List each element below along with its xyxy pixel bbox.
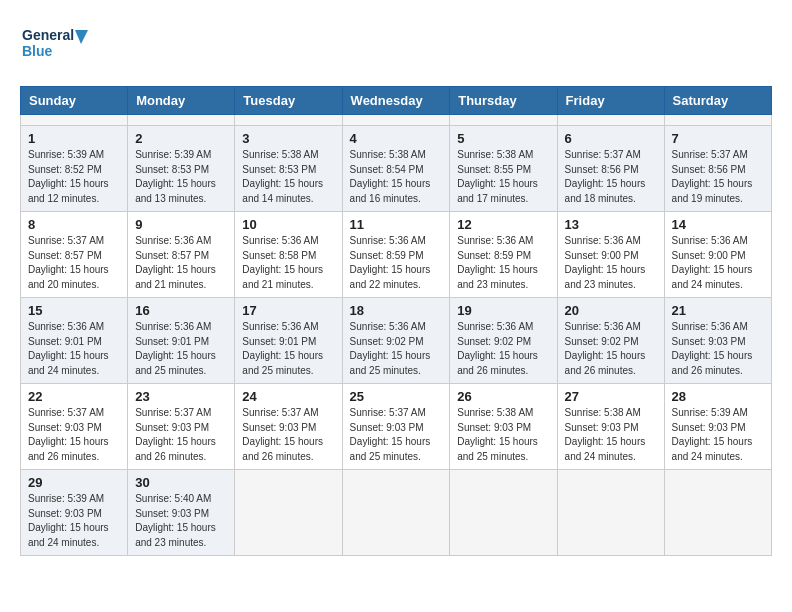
page-header: General Blue — [20, 20, 772, 70]
sunrise-text: Sunrise: 5:39 AM — [28, 493, 104, 504]
week-row-0 — [21, 115, 772, 126]
day-cell — [342, 470, 450, 556]
day-info: Sunrise: 5:38 AMSunset: 8:53 PMDaylight:… — [242, 148, 334, 206]
sunset-text: Sunset: 8:57 PM — [28, 250, 102, 261]
logo: General Blue — [20, 20, 90, 70]
day-cell: 17Sunrise: 5:36 AMSunset: 9:01 PMDayligh… — [235, 298, 342, 384]
header-row: SundayMondayTuesdayWednesdayThursdayFrid… — [21, 87, 772, 115]
day-cell: 28Sunrise: 5:39 AMSunset: 9:03 PMDayligh… — [664, 384, 771, 470]
day-cell — [557, 470, 664, 556]
day-number: 14 — [672, 217, 764, 232]
col-header-saturday: Saturday — [664, 87, 771, 115]
sunrise-text: Sunrise: 5:37 AM — [135, 407, 211, 418]
calendar-table: SundayMondayTuesdayWednesdayThursdayFrid… — [20, 86, 772, 556]
sunrise-text: Sunrise: 5:36 AM — [672, 235, 748, 246]
day-cell: 21Sunrise: 5:36 AMSunset: 9:03 PMDayligh… — [664, 298, 771, 384]
day-number: 18 — [350, 303, 443, 318]
day-cell: 25Sunrise: 5:37 AMSunset: 9:03 PMDayligh… — [342, 384, 450, 470]
day-info: Sunrise: 5:38 AMSunset: 9:03 PMDaylight:… — [565, 406, 657, 464]
day-cell: 22Sunrise: 5:37 AMSunset: 9:03 PMDayligh… — [21, 384, 128, 470]
day-cell — [664, 115, 771, 126]
day-info: Sunrise: 5:38 AMSunset: 8:54 PMDaylight:… — [350, 148, 443, 206]
daylight-text: Daylight: 15 hours and 25 minutes. — [350, 436, 431, 462]
day-info: Sunrise: 5:37 AMSunset: 9:03 PMDaylight:… — [135, 406, 227, 464]
sunrise-text: Sunrise: 5:36 AM — [135, 321, 211, 332]
col-header-sunday: Sunday — [21, 87, 128, 115]
day-number: 20 — [565, 303, 657, 318]
sunrise-text: Sunrise: 5:38 AM — [350, 149, 426, 160]
day-info: Sunrise: 5:39 AMSunset: 9:03 PMDaylight:… — [28, 492, 120, 550]
day-cell — [450, 470, 557, 556]
day-cell: 1Sunrise: 5:39 AMSunset: 8:52 PMDaylight… — [21, 126, 128, 212]
daylight-text: Daylight: 15 hours and 24 minutes. — [672, 436, 753, 462]
daylight-text: Daylight: 15 hours and 24 minutes. — [672, 264, 753, 290]
sunrise-text: Sunrise: 5:36 AM — [457, 321, 533, 332]
day-info: Sunrise: 5:37 AMSunset: 9:03 PMDaylight:… — [350, 406, 443, 464]
day-cell: 9Sunrise: 5:36 AMSunset: 8:57 PMDaylight… — [128, 212, 235, 298]
day-info: Sunrise: 5:36 AMSunset: 8:59 PMDaylight:… — [350, 234, 443, 292]
sunrise-text: Sunrise: 5:39 AM — [28, 149, 104, 160]
sunrise-text: Sunrise: 5:36 AM — [242, 321, 318, 332]
sunset-text: Sunset: 9:03 PM — [135, 508, 209, 519]
sunrise-text: Sunrise: 5:37 AM — [672, 149, 748, 160]
sunrise-text: Sunrise: 5:38 AM — [457, 149, 533, 160]
svg-text:General: General — [22, 27, 74, 43]
day-number: 17 — [242, 303, 334, 318]
sunrise-text: Sunrise: 5:37 AM — [565, 149, 641, 160]
day-cell — [450, 115, 557, 126]
day-info: Sunrise: 5:38 AMSunset: 8:55 PMDaylight:… — [457, 148, 549, 206]
day-info: Sunrise: 5:39 AMSunset: 8:52 PMDaylight:… — [28, 148, 120, 206]
svg-text:Blue: Blue — [22, 43, 53, 59]
sunset-text: Sunset: 9:02 PM — [457, 336, 531, 347]
sunrise-text: Sunrise: 5:40 AM — [135, 493, 211, 504]
daylight-text: Daylight: 15 hours and 13 minutes. — [135, 178, 216, 204]
day-number: 28 — [672, 389, 764, 404]
week-row-5: 29Sunrise: 5:39 AMSunset: 9:03 PMDayligh… — [21, 470, 772, 556]
day-info: Sunrise: 5:36 AMSunset: 9:01 PMDaylight:… — [28, 320, 120, 378]
day-number: 23 — [135, 389, 227, 404]
sunrise-text: Sunrise: 5:36 AM — [135, 235, 211, 246]
day-cell: 5Sunrise: 5:38 AMSunset: 8:55 PMDaylight… — [450, 126, 557, 212]
day-number: 3 — [242, 131, 334, 146]
daylight-text: Daylight: 15 hours and 23 minutes. — [457, 264, 538, 290]
day-number: 10 — [242, 217, 334, 232]
day-info: Sunrise: 5:40 AMSunset: 9:03 PMDaylight:… — [135, 492, 227, 550]
sunset-text: Sunset: 8:56 PM — [565, 164, 639, 175]
sunrise-text: Sunrise: 5:39 AM — [135, 149, 211, 160]
daylight-text: Daylight: 15 hours and 26 minutes. — [28, 436, 109, 462]
day-cell: 14Sunrise: 5:36 AMSunset: 9:00 PMDayligh… — [664, 212, 771, 298]
sunset-text: Sunset: 9:03 PM — [672, 336, 746, 347]
day-cell: 4Sunrise: 5:38 AMSunset: 8:54 PMDaylight… — [342, 126, 450, 212]
day-number: 9 — [135, 217, 227, 232]
sunset-text: Sunset: 9:01 PM — [28, 336, 102, 347]
day-number: 8 — [28, 217, 120, 232]
daylight-text: Daylight: 15 hours and 25 minutes. — [457, 436, 538, 462]
day-info: Sunrise: 5:36 AMSunset: 9:02 PMDaylight:… — [350, 320, 443, 378]
day-cell — [21, 115, 128, 126]
day-number: 24 — [242, 389, 334, 404]
sunrise-text: Sunrise: 5:38 AM — [457, 407, 533, 418]
sunrise-text: Sunrise: 5:36 AM — [457, 235, 533, 246]
sunset-text: Sunset: 9:03 PM — [565, 422, 639, 433]
sunset-text: Sunset: 8:59 PM — [350, 250, 424, 261]
day-number: 30 — [135, 475, 227, 490]
daylight-text: Daylight: 15 hours and 23 minutes. — [565, 264, 646, 290]
day-cell: 11Sunrise: 5:36 AMSunset: 8:59 PMDayligh… — [342, 212, 450, 298]
day-info: Sunrise: 5:36 AMSunset: 9:02 PMDaylight:… — [565, 320, 657, 378]
day-cell — [235, 115, 342, 126]
daylight-text: Daylight: 15 hours and 25 minutes. — [135, 350, 216, 376]
sunset-text: Sunset: 9:01 PM — [242, 336, 316, 347]
day-cell: 20Sunrise: 5:36 AMSunset: 9:02 PMDayligh… — [557, 298, 664, 384]
sunset-text: Sunset: 9:00 PM — [672, 250, 746, 261]
daylight-text: Daylight: 15 hours and 26 minutes. — [672, 350, 753, 376]
day-number: 26 — [457, 389, 549, 404]
day-info: Sunrise: 5:36 AMSunset: 8:58 PMDaylight:… — [242, 234, 334, 292]
day-cell: 18Sunrise: 5:36 AMSunset: 9:02 PMDayligh… — [342, 298, 450, 384]
day-number: 19 — [457, 303, 549, 318]
sunset-text: Sunset: 8:55 PM — [457, 164, 531, 175]
day-cell: 27Sunrise: 5:38 AMSunset: 9:03 PMDayligh… — [557, 384, 664, 470]
sunset-text: Sunset: 8:58 PM — [242, 250, 316, 261]
day-cell — [664, 470, 771, 556]
sunrise-text: Sunrise: 5:36 AM — [565, 321, 641, 332]
sunset-text: Sunset: 8:56 PM — [672, 164, 746, 175]
